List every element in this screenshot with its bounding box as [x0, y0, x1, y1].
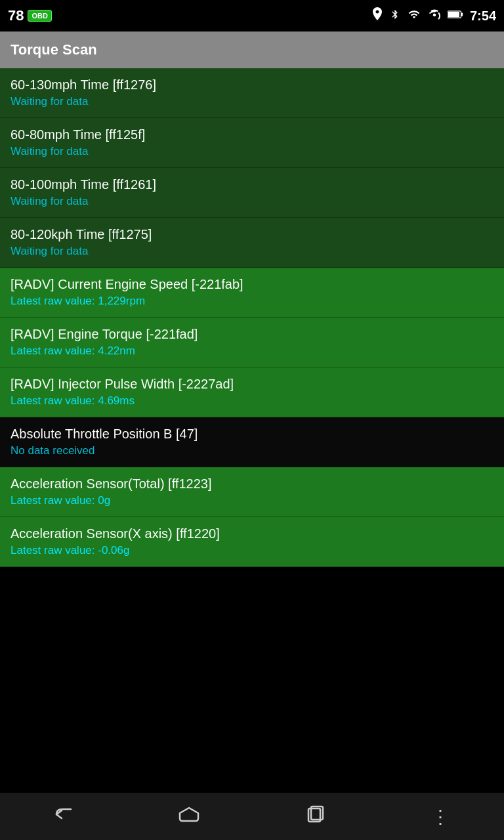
item-subtitle: Latest raw value: 0g: [10, 494, 494, 507]
time-display: 7:54: [470, 9, 496, 24]
item-title: 60-130mph Time [ff1276]: [10, 77, 494, 93]
item-title: 60-80mph Time [ff125f]: [10, 127, 494, 142]
list-item-item-2[interactable]: 60-80mph Time [ff125f]Waiting for data: [0, 118, 504, 168]
item-subtitle: Waiting for data: [10, 145, 494, 158]
status-bar-right: 7:54: [371, 7, 496, 25]
item-title: Acceleration Sensor(Total) [ff1223]: [10, 476, 494, 492]
list-item-item-10[interactable]: Acceleration Sensor(X axis) [ff1220]Late…: [0, 517, 504, 567]
item-subtitle: Latest raw value: -0.06g: [10, 544, 494, 557]
svg-rect-2: [461, 12, 463, 16]
back-icon: [51, 805, 75, 828]
item-title: [RADV] Engine Torque [-221fad]: [10, 327, 494, 342]
home-icon: [177, 805, 201, 828]
bluetooth-icon: [390, 7, 400, 25]
signal-number: 78: [8, 7, 24, 24]
item-title: Acceleration Sensor(X axis) [ff1220]: [10, 526, 494, 541]
list-item-item-9[interactable]: Acceleration Sensor(Total) [ff1223]Lates…: [0, 467, 504, 517]
item-title: Absolute Throttle Position B [47]: [10, 427, 494, 442]
item-subtitle: Latest raw value: 1,229rpm: [10, 295, 494, 308]
sensor-list: 60-130mph Time [ff1276]Waiting for data6…: [0, 68, 504, 793]
item-subtitle: Waiting for data: [10, 95, 494, 108]
more-icon: ⋮: [431, 806, 451, 828]
item-title: [RADV] Current Engine Speed [-221fab]: [10, 277, 494, 292]
recents-icon: [303, 805, 327, 828]
app-title: Torque Scan: [10, 41, 97, 58]
item-subtitle: Waiting for data: [10, 245, 494, 258]
item-subtitle: Latest raw value: 4.69ms: [10, 394, 494, 408]
item-title: 80-120kph Time [ff1275]: [10, 227, 494, 242]
list-item-item-8[interactable]: Absolute Throttle Position B [47]No data…: [0, 417, 504, 467]
status-bar: 78 OBD: [0, 0, 504, 32]
list-item-item-7[interactable]: [RADV] Injector Pulse Width [-2227ad]Lat…: [0, 368, 504, 417]
item-subtitle: Waiting for data: [10, 195, 494, 208]
more-button[interactable]: ⋮: [415, 800, 467, 833]
item-title: 80-100mph Time [ff1261]: [10, 177, 494, 192]
svg-rect-1: [448, 11, 459, 17]
signal-icon: [428, 9, 441, 24]
status-bar-left: 78 OBD: [8, 7, 52, 24]
obd-badge: OBD: [28, 10, 51, 22]
list-item-item-1[interactable]: 60-130mph Time [ff1276]Waiting for data: [0, 68, 504, 118]
wifi-icon: [407, 9, 421, 24]
item-title: [RADV] Injector Pulse Width [-2227ad]: [10, 377, 494, 392]
item-subtitle: Latest raw value: 4.22nm: [10, 345, 494, 358]
list-item-item-3[interactable]: 80-100mph Time [ff1261]Waiting for data: [0, 168, 504, 218]
location-icon: [371, 7, 383, 25]
recents-button[interactable]: [289, 800, 341, 833]
nav-bar: ⋮: [0, 793, 504, 840]
app-bar: Torque Scan: [0, 32, 504, 68]
list-item-item-6[interactable]: [RADV] Engine Torque [-221fad]Latest raw…: [0, 318, 504, 368]
item-subtitle: No data received: [10, 444, 494, 457]
list-item-item-5[interactable]: [RADV] Current Engine Speed [-221fab]Lat…: [0, 268, 504, 318]
list-item-item-4[interactable]: 80-120kph Time [ff1275]Waiting for data: [0, 218, 504, 268]
home-button[interactable]: [163, 800, 215, 833]
back-button[interactable]: [37, 800, 89, 833]
battery-icon: [448, 9, 463, 23]
